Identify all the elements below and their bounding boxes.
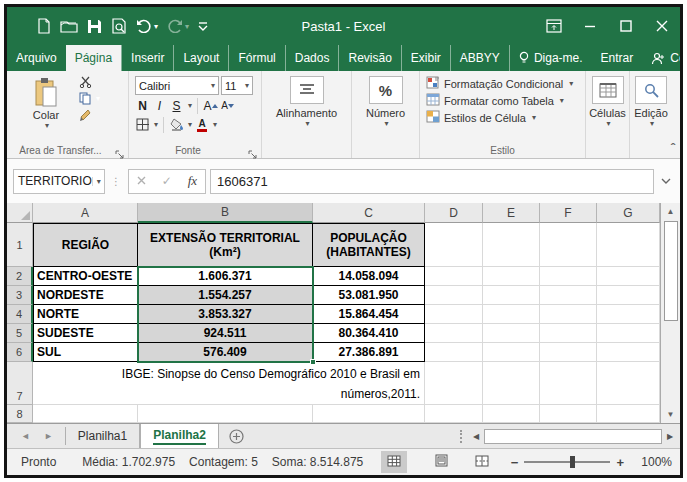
number-format-button[interactable]: % Número ▾ [352,76,419,128]
row-header-2[interactable]: 2 [7,267,33,286]
copy-button[interactable]: ▾ [79,92,100,105]
cell-g1[interactable] [597,223,660,267]
vertical-scroll-thumb[interactable] [664,221,678,321]
horizontal-scroll-thumb[interactable] [484,429,662,444]
bold-button[interactable]: N [135,97,150,114]
column-header-f[interactable]: F [540,203,597,223]
undo-dropdown-icon[interactable]: ▾ [154,22,158,31]
cell-c1[interactable]: POPULAÇÃO (HABITANTES) [313,223,425,267]
cell-a4[interactable]: NORTE [33,305,138,324]
font-size-dropdown-icon[interactable]: ▾ [245,81,249,90]
tab-arquivo[interactable]: Arquivo [7,45,66,71]
tab-pagina-inicial[interactable]: Página [66,45,121,71]
row-header-4[interactable]: 4 [7,305,33,324]
font-dialog-launcher-icon[interactable] [248,145,258,155]
cell-c6[interactable]: 27.386.891 [313,343,425,362]
zoom-in-icon[interactable]: + [616,455,624,470]
zoom-level[interactable]: 100% [634,455,672,469]
zoom-out-icon[interactable]: − [511,455,519,470]
cell-d5[interactable] [425,324,483,343]
insert-function-button[interactable]: fx [188,173,197,189]
formula-bar-resize-handle[interactable]: ⋮ [109,180,124,183]
column-header-a[interactable]: A [33,203,138,223]
tab-revisao[interactable]: Revisão [339,45,401,71]
cell-e1[interactable] [483,223,540,267]
scroll-up-icon[interactable]: ▲ [661,203,680,220]
row-header-1[interactable]: 1 [7,223,33,267]
column-header-e[interactable]: E [483,203,540,223]
cell-a6[interactable]: SUL [33,343,138,362]
cell-f6[interactable] [540,343,597,362]
tab-formulas[interactable]: Fórmul [229,45,285,71]
row-header-8[interactable]: 8 [7,405,33,423]
view-page-layout-button[interactable] [429,451,455,473]
redo-dropdown-icon[interactable]: ▾ [185,22,189,31]
select-all-corner[interactable] [7,203,33,223]
cell-d7[interactable] [425,362,483,405]
cell-b3[interactable]: 1.554.257 [138,286,313,305]
cell-f7[interactable] [540,362,597,405]
tab-dados[interactable]: Dados [286,45,340,71]
row-header-3[interactable]: 3 [7,286,33,305]
italic-button[interactable]: I [152,97,167,114]
sheet-tab-planilha2[interactable]: Planilha2 [140,424,219,448]
name-box-dropdown-icon[interactable]: ▾ [92,177,101,186]
tab-exibir[interactable]: Exibir [402,45,451,71]
cell-a7-footnote[interactable]: IBGE: Sinopse do Censo Demográfico 2010 … [33,362,425,405]
zoom-slider[interactable] [524,461,610,463]
cell-f8[interactable] [540,405,597,423]
font-color-dropdown-icon[interactable]: ▾ [213,120,217,129]
print-preview-icon[interactable] [111,18,127,35]
cut-button[interactable] [79,76,100,88]
enter-check-icon[interactable]: ✓ [162,174,172,188]
undo-icon[interactable]: ▾ [136,19,158,33]
new-document-icon[interactable] [37,18,51,34]
tab-inserir[interactable]: Inserir [121,45,174,71]
paste-button[interactable]: Colar ▾ [23,77,69,130]
cell-b5[interactable]: 924.511 [138,324,313,343]
column-header-g[interactable]: G [597,203,660,223]
share-button[interactable]: Compartilhar [642,45,683,71]
font-name-dropdown-icon[interactable]: ▾ [211,81,215,90]
cell-e4[interactable] [483,305,540,324]
increase-font-button[interactable]: A [203,97,218,114]
close-icon[interactable] [644,7,680,45]
redo-icon[interactable]: ▾ [167,19,189,33]
cell-b4[interactable]: 3.853.327 [138,305,313,324]
cell-e8[interactable] [483,405,540,423]
fill-color-dropdown-icon[interactable]: ▾ [188,120,192,129]
horizontal-scrollbar[interactable]: ◀ ▶ [254,424,680,448]
fill-color-button[interactable] [169,116,184,133]
copy-dropdown-icon[interactable]: ▾ [96,94,100,103]
row-header-6[interactable]: 6 [7,343,33,362]
save-icon[interactable] [87,19,102,34]
cells-button[interactable]: Células ▾ [586,76,629,128]
cell-b1[interactable]: EXTENSÃO TERRITORIAL (Km²) [138,223,313,267]
add-sheet-icon[interactable] [219,424,254,448]
scroll-down-icon[interactable]: ▼ [661,406,680,423]
underline-button[interactable]: S [169,97,184,114]
cell-f5[interactable] [540,324,597,343]
borders-dropdown-icon[interactable]: ▾ [154,120,158,129]
conditional-formatting-button[interactable]: Formatação Condicional ▾ [426,75,585,92]
alignment-button[interactable]: Alinhamento ▾ [262,76,351,128]
column-header-d[interactable]: D [425,203,483,223]
font-size-select[interactable]: 11 ▾ [221,76,253,95]
scroll-left-icon[interactable]: ◀ [468,428,484,445]
format-as-table-button[interactable]: Formatar como Tabela ▾ [426,92,585,109]
cell-c4[interactable]: 15.864.454 [313,305,425,324]
cell-g8[interactable] [597,405,660,423]
cell-b6[interactable]: 576.409 [138,343,313,362]
cell-a8[interactable] [33,405,138,423]
sheet-nav-left-icon[interactable]: ◄ [21,431,30,441]
name-box[interactable]: TERRITORIO ▾ [13,169,105,194]
cell-c3[interactable]: 53.081.950 [313,286,425,305]
editing-button[interactable]: Edição ▾ [630,76,672,128]
cell-g4[interactable] [597,305,660,324]
maximize-icon[interactable] [608,7,644,45]
cell-e3[interactable] [483,286,540,305]
formula-input[interactable]: 1606371 [210,169,654,194]
ribbon-display-options-icon[interactable] [536,7,572,45]
open-folder-icon[interactable] [60,19,78,33]
cancel-icon[interactable] [137,174,146,188]
